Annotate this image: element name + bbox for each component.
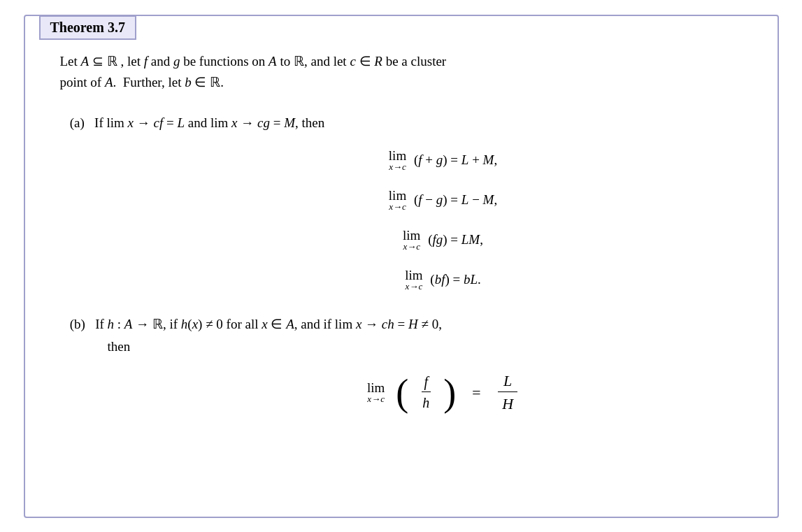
part-a-equations: lim x→c (f + g) = L + M, lim x→c (f − g)…	[144, 148, 743, 292]
rhs-numerator: L	[498, 372, 517, 392]
right-paren: )	[443, 374, 456, 412]
rhs-denominator: H	[496, 394, 519, 413]
part-a-condition: If lim x → cf = L and lim x → cg = M, th…	[94, 115, 324, 130]
lim-fg-prod: lim x→c	[403, 228, 420, 252]
intro-paragraph: Let A ⊆ ℝ , let f and g be functions on …	[60, 51, 743, 94]
intro-line2: point of A. Further, let b ∈ ℝ.	[60, 75, 224, 89]
theorem-container: Theorem 3.7 Let A ⊆ ℝ , let f and g be f…	[24, 15, 779, 518]
part-a-label: (a) If lim x → cf = L and lim x → cg = M…	[60, 113, 743, 134]
lim-bf: lim x→c	[405, 268, 422, 292]
eq-bf: lim x→c (bf) = bL.	[405, 268, 481, 292]
theorem-body: Let A ⊆ ℝ , let f and g be functions on …	[25, 16, 778, 463]
left-paren: (	[396, 374, 408, 412]
lim-fg-sum: lim x→c	[389, 148, 406, 173]
fraction-fh: f h	[420, 374, 432, 411]
theorem-title-text: Theorem 3.7	[50, 20, 125, 35]
eq-fg-diff: lim x→c (f − g) = L − M,	[389, 188, 497, 213]
equals-sign: =	[467, 384, 485, 402]
part-b-equation: lim x→c ( f h ) = L H	[144, 372, 743, 413]
part-b-text-content: If h : A → ℝ, if h(x) ≠ 0 for all x ∈ A,…	[95, 317, 442, 331]
intro-line1: Let A ⊆ ℝ , let f and g be functions on …	[60, 54, 447, 69]
fraction-numerator: f	[422, 374, 431, 392]
eq-fg-sum: lim x→c (f + g) = L + M,	[389, 148, 497, 173]
part-a-marker: (a)	[70, 115, 85, 130]
part-b-then: then	[60, 339, 131, 354]
fraction-denominator: h	[420, 394, 432, 411]
lim-fg-diff: lim x→c	[389, 188, 406, 213]
part-a: (a) If lim x → cf = L and lim x → cg = M…	[60, 113, 743, 292]
lim-frac: lim x→c	[367, 380, 385, 405]
eq-fg-prod: lim x→c (fg) = LM,	[403, 228, 483, 252]
part-b-marker: (b)	[70, 317, 85, 331]
fraction-lh: L H	[496, 372, 519, 413]
part-b: (b) If h : A → ℝ, if h(x) ≠ 0 for all x …	[60, 313, 743, 414]
part-b-condition: (b) If h : A → ℝ, if h(x) ≠ 0 for all x …	[60, 313, 743, 359]
theorem-title: Theorem 3.7	[39, 15, 136, 40]
